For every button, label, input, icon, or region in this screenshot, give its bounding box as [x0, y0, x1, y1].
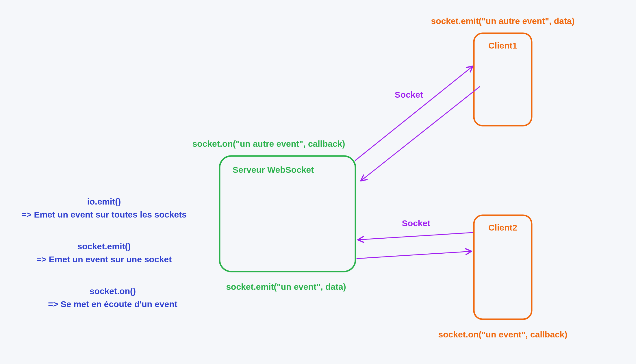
- socket-arrow-to-client2: [357, 251, 471, 259]
- note-io-emit-title: io.emit(): [87, 197, 121, 206]
- client1-caption: socket.emit("un autre event", data): [431, 16, 575, 26]
- note-socket-emit-desc: => Emet un event sur une socket: [36, 255, 172, 264]
- client2-caption: socket.on("un event", callback): [438, 330, 568, 339]
- note-socket-on-title: socket.on(): [90, 286, 136, 296]
- client1-label: Client1: [488, 41, 517, 50]
- server-bottom-caption: socket.emit("un event", data): [226, 282, 346, 291]
- note-socket-on-desc: => Se met en écoute d'un event: [48, 299, 177, 309]
- socket-label-client1: Socket: [395, 90, 423, 99]
- server-label: Serveur WebSocket: [233, 165, 314, 174]
- client2-label: Client2: [488, 223, 517, 232]
- note-io-emit-desc: => Emet un event sur toutes les sockets: [21, 210, 187, 219]
- socket-arrow-from-client2: [358, 233, 472, 240]
- server-top-caption: socket.on("un autre event", callback): [192, 139, 345, 148]
- socket-arrow-to-client1: [355, 66, 472, 160]
- socket-arrow-from-client1: [361, 87, 480, 181]
- note-socket-emit-title: socket.emit(): [77, 242, 131, 251]
- socket-label-client2: Socket: [402, 218, 430, 228]
